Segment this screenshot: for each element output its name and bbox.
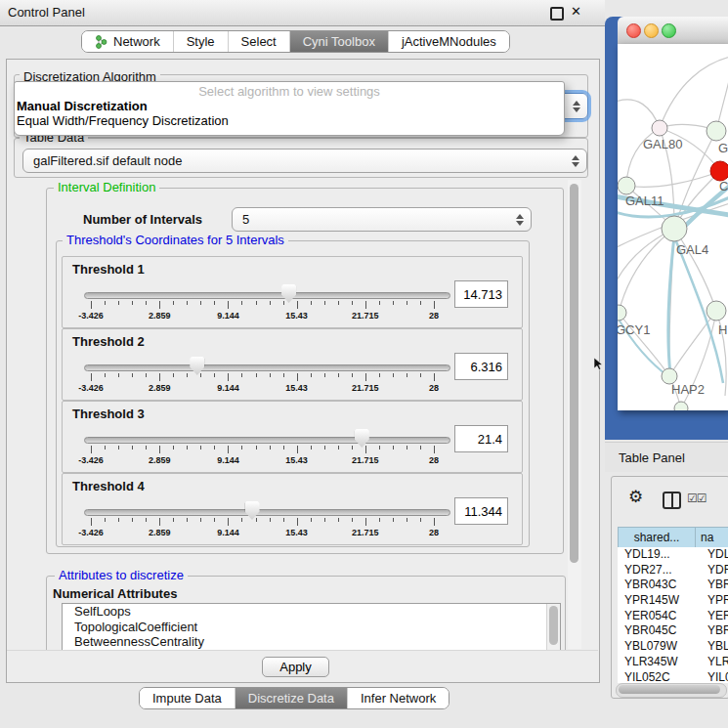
slider-tick bbox=[118, 518, 119, 522]
table-hscrollbar-thumb[interactable] bbox=[619, 685, 720, 694]
algorithm-dropdown-popup: Select algorithm to view settings Manual… bbox=[14, 81, 565, 136]
tab-style[interactable]: Style bbox=[173, 31, 228, 52]
slider-tick bbox=[118, 446, 119, 450]
node-bottom-partial[interactable] bbox=[674, 402, 688, 410]
checkboxes-icon[interactable]: ☑☑ bbox=[687, 492, 707, 505]
slider-tick bbox=[407, 301, 407, 305]
attribute-list-item[interactable]: BetweennessCentrality bbox=[63, 634, 560, 650]
slider-tick bbox=[91, 301, 92, 309]
threshold-value-field[interactable] bbox=[454, 353, 508, 380]
cell-shared-name: YPR145W bbox=[618, 593, 702, 609]
slider-tick bbox=[270, 446, 271, 450]
network-graph: GAL80GCGAL11GAL4GCY1HHAP2 bbox=[618, 44, 728, 410]
panel-scrollbar-thumb[interactable] bbox=[570, 184, 578, 563]
apply-button[interactable]: Apply bbox=[262, 657, 329, 677]
slider-track[interactable] bbox=[84, 364, 450, 371]
slider-tick bbox=[228, 446, 229, 453]
slider-tick bbox=[200, 301, 201, 305]
table-row[interactable]: YBL079WYBL0 bbox=[618, 639, 728, 655]
zoom-traffic-light-icon[interactable] bbox=[662, 23, 676, 38]
table-data-combobox[interactable]: galFiltered.sif default node bbox=[22, 149, 587, 173]
popup-item-manual-discretization[interactable]: Manual Discretization bbox=[15, 99, 564, 113]
network-window-titlebar[interactable] bbox=[618, 17, 728, 45]
cell-shared-name: YBR045C bbox=[618, 623, 702, 639]
threshold-value-field[interactable] bbox=[454, 497, 508, 525]
table-row[interactable]: YBR045CYBR0 bbox=[618, 623, 728, 639]
panel-vertical-scrollbar[interactable] bbox=[568, 180, 581, 649]
slider-track[interactable] bbox=[84, 292, 450, 299]
table-data-combo-value: galFiltered.sif default node bbox=[33, 153, 182, 168]
slider-tick bbox=[352, 301, 353, 305]
list-scrollbar[interactable] bbox=[546, 604, 560, 650]
node-top-right[interactable] bbox=[707, 121, 726, 141]
slider-tick bbox=[407, 373, 407, 377]
node-gal11[interactable] bbox=[618, 177, 635, 194]
slider-tick bbox=[311, 301, 312, 305]
slider-tick-label: 9.144 bbox=[203, 311, 252, 321]
network-canvas[interactable]: GAL80GCGAL11GAL4GCY1HHAP2 bbox=[618, 44, 728, 410]
tab-infer-network[interactable]: Infer Network bbox=[347, 688, 449, 708]
slider-tick bbox=[214, 518, 215, 522]
float-window-icon[interactable] bbox=[550, 7, 564, 21]
slider-tick bbox=[434, 301, 435, 309]
table-row[interactable]: YLR345WYLR3 bbox=[618, 655, 728, 670]
slider-tick bbox=[91, 446, 92, 453]
minimize-traffic-light-icon[interactable] bbox=[644, 23, 659, 38]
top-tab-bar: NetworkStyleSelectCyni ToolboxjActiveMNo… bbox=[81, 30, 510, 53]
threshold-label: Threshold 2 bbox=[72, 334, 145, 349]
tab-select[interactable]: Select bbox=[228, 31, 289, 52]
threshold-value-field[interactable] bbox=[454, 280, 508, 308]
popup-placeholder-item[interactable]: Select algorithm to view settings bbox=[15, 82, 564, 99]
slider-track[interactable] bbox=[84, 437, 450, 444]
slider-tick bbox=[256, 301, 257, 305]
column-header-shared-name[interactable]: shared... bbox=[618, 527, 696, 548]
slider-tick-label: 21.715 bbox=[341, 528, 390, 537]
node-selected-red[interactable] bbox=[710, 161, 728, 181]
node-gal80[interactable] bbox=[652, 120, 667, 136]
tab-cyni-toolbox[interactable]: Cyni Toolbox bbox=[289, 31, 388, 52]
threshold-row: Threshold 4-3.4262.8599.14415.4321.71528 bbox=[62, 473, 523, 545]
attribute-list-item[interactable]: TopologicalCoefficient bbox=[63, 620, 560, 635]
cell-shared-name: YDL19... bbox=[618, 547, 702, 563]
node-h[interactable] bbox=[707, 301, 726, 321]
network-view-window[interactable]: GAL80GCGAL11GAL4GCY1HHAP2 bbox=[605, 17, 728, 440]
tab-impute-data[interactable]: Impute Data bbox=[140, 688, 235, 708]
node-label: GAL11 bbox=[625, 193, 664, 208]
attribute-list-item[interactable]: SelfLoops bbox=[63, 604, 560, 620]
slider-tick-label: 9.144 bbox=[203, 383, 252, 393]
threshold-label: Threshold 3 bbox=[72, 407, 145, 421]
threshold-value-field[interactable] bbox=[454, 425, 508, 452]
table-row[interactable]: YDR27...YDR2 bbox=[618, 563, 728, 578]
list-scrollbar-thumb[interactable] bbox=[549, 606, 558, 645]
settings-gear-icon[interactable]: ⚙ bbox=[628, 487, 643, 507]
slider-thumb[interactable] bbox=[245, 501, 260, 520]
tab-discretize-data[interactable]: Discretize Data bbox=[235, 688, 347, 708]
interval-definition-title: Interval Definition bbox=[54, 181, 159, 194]
slider-thumb[interactable] bbox=[355, 429, 369, 448]
node-gcy1[interactable] bbox=[618, 305, 626, 321]
tab-network[interactable]: Network bbox=[82, 31, 173, 52]
slider-thumb[interactable] bbox=[190, 357, 204, 375]
tab-jactivemnodules[interactable]: jActiveMNodules bbox=[388, 31, 509, 52]
slider-tick bbox=[420, 373, 421, 377]
table-row[interactable]: YBR043CYBR0 bbox=[618, 578, 728, 593]
close-icon[interactable]: ✕ bbox=[571, 4, 581, 19]
table-row[interactable]: YPR145WYPR1 bbox=[618, 593, 728, 609]
numerical-attributes-list[interactable]: SelfLoopsTopologicalCoefficientBetweenne… bbox=[62, 603, 561, 650]
split-columns-icon[interactable] bbox=[663, 492, 681, 509]
cell-shared-name: YIL052C bbox=[618, 670, 702, 684]
node-gal4[interactable] bbox=[662, 216, 687, 241]
popup-item-equal-width-frequency-discretization[interactable]: Equal Width/Frequency Discretization bbox=[15, 113, 564, 128]
table-row[interactable]: YER054CYER0 bbox=[618, 609, 728, 624]
number-of-intervals-combobox[interactable]: 5 bbox=[232, 207, 532, 232]
slider-tick bbox=[214, 373, 215, 377]
table-row[interactable]: YDL19...YDL1 bbox=[618, 547, 728, 563]
column-header-name[interactable]: na bbox=[695, 527, 728, 548]
slider-track[interactable] bbox=[84, 509, 450, 516]
table-horizontal-scrollbar[interactable] bbox=[616, 683, 727, 698]
table-row[interactable]: YIL052CYIL0 bbox=[618, 670, 728, 684]
slider-tick bbox=[434, 446, 435, 453]
close-traffic-light-icon[interactable] bbox=[626, 23, 641, 38]
slider-tick bbox=[256, 446, 257, 450]
slider-tick bbox=[187, 518, 188, 522]
